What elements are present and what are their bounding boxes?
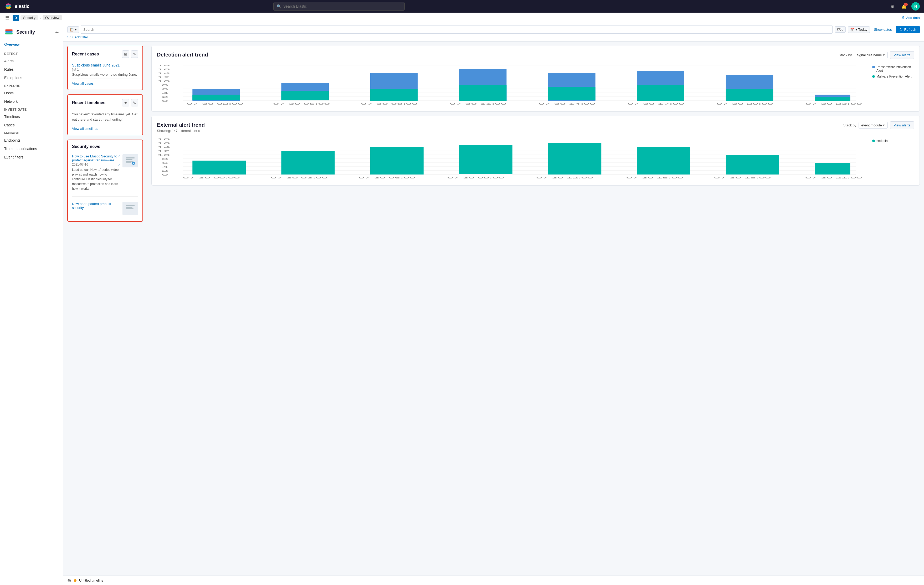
sidebar-item-endpoints[interactable]: Endpoints [0, 136, 63, 145]
legend-item-endpoint: endpoint [872, 139, 914, 143]
svg-rect-53 [726, 89, 773, 101]
add-timeline-button[interactable]: ⊕ [67, 578, 71, 583]
detection-alert-title: Detection alert trend [157, 51, 208, 58]
legend-item-ransomware: Ransomware Prevention Alert [872, 65, 914, 73]
filter-type-button[interactable]: 📋 ▾ [67, 26, 79, 33]
stack-by-value-external: event.module [861, 123, 882, 127]
breadcrumb-app[interactable]: Security [20, 15, 38, 20]
svg-text:18: 18 [157, 138, 170, 141]
svg-text:07-30 21:00: 07-30 21:00 [805, 176, 862, 179]
notification-badge: 1 [904, 3, 908, 6]
legend-label-endpoint: endpoint [876, 139, 889, 143]
kql-badge[interactable]: KQL [835, 26, 846, 33]
detection-alert-chart-area: 18 16 14 12 10 8 6 4 2 0 [157, 63, 914, 106]
sidebar-item-trusted-apps[interactable]: Trusted applications [0, 145, 63, 153]
external-alert-card: External alert trend Showing: 147 extern… [151, 116, 920, 186]
show-dates-button[interactable]: Show dates [872, 26, 894, 33]
sidebar-collapse-btn[interactable]: ⬅ [55, 30, 59, 35]
svg-text:8: 8 [162, 157, 168, 160]
breadcrumb-current: Overview [43, 15, 62, 20]
news-item-1: How to use Elastic Security to protect a… [72, 152, 138, 193]
cases-view-btn[interactable]: ⊞ [122, 51, 129, 58]
add-filter-button[interactable]: 🛡 + Add filter [67, 35, 88, 39]
svg-text:07-30 15:00: 07-30 15:00 [626, 176, 683, 179]
svg-text:07-30 09:00: 07-30 09:00 [447, 176, 504, 179]
svg-rect-47 [459, 85, 507, 101]
news-thumbnail-2 [122, 202, 138, 215]
calendar-icon: 📅 [850, 28, 855, 31]
sidebar-item-hosts[interactable]: Hosts [0, 89, 63, 97]
refresh-icon: ↻ [899, 28, 903, 31]
cases-add-btn[interactable]: ✎ [131, 51, 138, 58]
legend-dot-malware [872, 75, 875, 78]
global-search[interactable]: 🔍 Search Elastic [273, 2, 405, 11]
detection-alert-header: Detection alert trend Stack by signal.ru… [157, 51, 914, 59]
svg-text:07-30 00:00: 07-30 00:00 [183, 176, 240, 179]
view-alerts-external-btn[interactable]: View alerts [890, 122, 914, 129]
svg-text:16: 16 [157, 142, 170, 145]
sidebar-header: Security ⬅ [0, 27, 63, 41]
timelines-star-btn[interactable]: ★ [122, 99, 129, 106]
svg-rect-84 [192, 161, 246, 175]
chevron-down-icon-date: ▾ [855, 28, 857, 31]
notifications-btn[interactable]: 🔔 1 [900, 2, 908, 10]
timeline-label[interactable]: Untitled timeline [79, 578, 104, 582]
date-picker-button[interactable]: 📅 ▾ Today [848, 26, 870, 33]
stack-by-select-detection[interactable]: signal.rule.name ▾ [854, 52, 888, 58]
stack-by-select-external[interactable]: event.module ▾ [858, 122, 888, 129]
news-title-2[interactable]: New and updated prebuilt security [72, 202, 120, 210]
svg-text:4: 4 [162, 165, 168, 168]
svg-rect-18 [126, 207, 132, 208]
bottom-bar: ⊕ Untitled timeline [63, 575, 924, 585]
sidebar-item-overview[interactable]: Overview [4, 42, 20, 46]
search-input[interactable] [81, 25, 833, 34]
sidebar-item-cases[interactable]: Cases [0, 121, 63, 129]
timeline-status-dot [74, 579, 76, 582]
database-icon: 🗄 [902, 16, 905, 20]
svg-rect-12 [126, 161, 134, 161]
refresh-button[interactable]: ↻ Refresh [896, 26, 920, 33]
sidebar-section-detect-label: Detect [0, 50, 63, 57]
breadcrumb: D Security › Overview [13, 15, 62, 21]
sidebar-section-investigate-label: Investigate [0, 105, 63, 112]
svg-text:07-30 14:00: 07-30 14:00 [538, 102, 596, 105]
sidebar-item-exceptions[interactable]: Exceptions [0, 74, 63, 82]
svg-rect-88 [548, 143, 601, 175]
svg-text:0: 0 [162, 173, 168, 176]
recent-timelines-card: Recent timelines ★ ✎ You haven't favorit… [67, 94, 143, 135]
detection-alert-legend: Ransomware Prevention Alert Malware Prev… [872, 63, 914, 106]
left-panel: Recent cases ⊞ ✎ Suspicious emails June … [63, 41, 147, 575]
svg-rect-91 [815, 163, 850, 175]
view-all-timelines-link[interactable]: View all timelines [72, 127, 138, 130]
add-data-button[interactable]: 🗄 Add data [902, 16, 920, 20]
news-thumbnail-1: ▶ [122, 154, 138, 167]
news-text-1: How to use Elastic Security to protect a… [72, 154, 120, 191]
settings-icon-btn[interactable]: ⚙ [888, 2, 897, 10]
sidebar-item-timelines[interactable]: Timelines [0, 112, 63, 121]
news-date-1: 2021-07-16 ↗ [72, 163, 120, 166]
sidebar-item-alerts[interactable]: Alerts [0, 57, 63, 65]
sidebar-item-event-filters[interactable]: Event filters [0, 153, 63, 161]
sidebar-item-rules[interactable]: Rules [0, 65, 63, 74]
user-avatar[interactable]: N [911, 2, 920, 10]
filter-type-icon: 📋 [69, 28, 74, 31]
timelines-edit-btn[interactable]: ✎ [131, 99, 138, 106]
elastic-logo[interactable]: elastic [4, 2, 30, 10]
svg-text:07-30 23:00: 07-30 23:00 [805, 102, 862, 105]
svg-text:2: 2 [162, 169, 168, 172]
search-placeholder: Search Elastic [283, 4, 307, 8]
stack-by-label-external: Stack by [843, 123, 856, 127]
svg-text:2: 2 [162, 96, 168, 98]
view-all-cases-link[interactable]: View all cases [72, 81, 138, 86]
recent-timelines-actions: ★ ✎ [122, 99, 138, 106]
external-link-icon-2[interactable]: ↗ [118, 163, 120, 166]
svg-text:07-30 08:00: 07-30 08:00 [361, 102, 418, 105]
chevron-down-icon-detection: ▾ [883, 53, 885, 57]
view-alerts-detection-btn[interactable]: View alerts [890, 51, 914, 59]
news-title-1[interactable]: How to use Elastic Security to protect a… [72, 154, 120, 162]
case-title[interactable]: Suspicious emails June 2021 [72, 63, 138, 67]
stack-by-label-detection: Stack by [838, 53, 852, 57]
legend-item-malware: Malware Prevention Alert [872, 75, 914, 78]
sidebar-item-network[interactable]: Network [0, 97, 63, 105]
hamburger-menu-btn[interactable]: ☰ [4, 14, 10, 22]
